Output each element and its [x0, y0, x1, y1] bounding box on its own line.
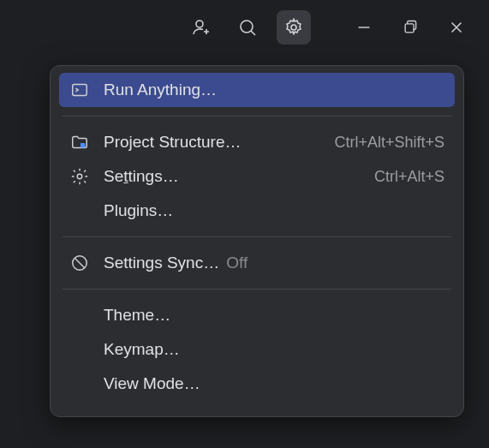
- menu-item-theme[interactable]: Theme…: [59, 298, 455, 332]
- menu-label: Keymap…: [104, 340, 180, 359]
- menu-item-plugins[interactable]: Plugins…: [59, 194, 455, 228]
- menu-item-project-structure[interactable]: Project Structure… Ctrl+Alt+Shift+S: [59, 125, 455, 159]
- svg-rect-4: [73, 85, 87, 96]
- menu-status: Off: [226, 254, 247, 272]
- svg-point-2: [291, 25, 296, 30]
- close-icon: [447, 18, 466, 37]
- title-toolbar: [0, 0, 489, 55]
- menu-label: Settings Sync…: [104, 254, 219, 272]
- menu-shortcut: Ctrl+Alt+S: [374, 168, 444, 186]
- menu-label: View Mode…: [104, 374, 200, 393]
- gear-icon: [69, 166, 90, 187]
- minimize-button[interactable]: [347, 10, 381, 45]
- menu-item-keymap[interactable]: Keymap…: [59, 332, 455, 367]
- svg-rect-3: [405, 24, 414, 33]
- menu-item-run-anything[interactable]: Run Anything…: [59, 73, 455, 107]
- menu-label: Theme…: [104, 306, 170, 325]
- terminal-icon: [69, 80, 90, 100]
- menu-separator: [63, 116, 451, 116]
- settings-gear-button[interactable]: [277, 10, 311, 45]
- menu-label: Plugins…: [104, 201, 173, 220]
- search-icon: [237, 17, 258, 38]
- svg-point-6: [77, 174, 82, 179]
- menu-item-settings-sync[interactable]: Settings Sync… Off: [59, 246, 455, 280]
- menu-item-view-mode[interactable]: View Mode…: [59, 367, 455, 401]
- menu-label: Run Anything…: [104, 81, 217, 99]
- menu-label: Settings…: [104, 167, 179, 186]
- menu-label: Project Structure…: [104, 133, 242, 152]
- gear-icon: [283, 17, 304, 38]
- restore-button[interactable]: [393, 10, 427, 45]
- search-button[interactable]: [230, 10, 265, 45]
- invite-button[interactable]: [184, 10, 218, 45]
- svg-point-1: [241, 21, 253, 33]
- svg-point-0: [196, 21, 203, 27]
- sync-off-icon: [69, 253, 90, 273]
- menu-item-settings[interactable]: Settings… Ctrl+Alt+S: [59, 159, 455, 194]
- settings-menu: Run Anything… Project Structure… Ctrl+Al…: [50, 65, 464, 417]
- minimize-icon: [355, 18, 373, 37]
- menu-separator: [63, 289, 451, 290]
- menu-shortcut: Ctrl+Alt+Shift+S: [334, 134, 444, 152]
- close-button[interactable]: [439, 10, 474, 45]
- project-icon: [69, 132, 90, 152]
- svg-rect-5: [81, 143, 86, 148]
- menu-separator: [63, 236, 451, 237]
- user-add-icon: [191, 17, 212, 38]
- restore-icon: [402, 19, 419, 36]
